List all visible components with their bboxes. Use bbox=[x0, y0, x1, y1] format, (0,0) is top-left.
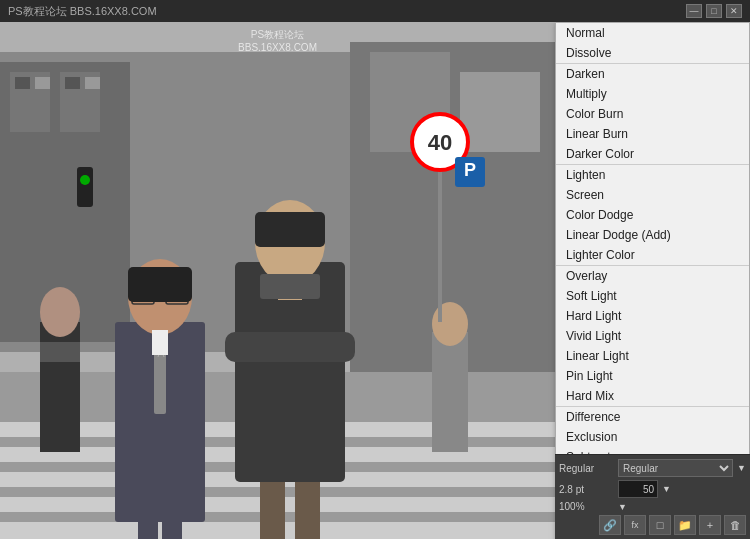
svg-text:P: P bbox=[464, 160, 476, 180]
delete-layer-button[interactable]: 🗑 bbox=[724, 515, 746, 535]
blend-option-multiply[interactable]: Multiply bbox=[556, 84, 749, 104]
blend-option-screen[interactable]: Screen bbox=[556, 185, 749, 205]
main-content: 40 P PS教程论坛BBS.16XX8.COM Normal Dissolve bbox=[0, 22, 750, 539]
blend-option-color-burn[interactable]: Color Burn bbox=[556, 104, 749, 124]
svg-rect-44 bbox=[40, 342, 80, 362]
link-layers-button[interactable]: 🔗 bbox=[599, 515, 621, 535]
blend-option-difference[interactable]: Difference bbox=[556, 407, 749, 427]
blend-option-overlay[interactable]: Overlay bbox=[556, 266, 749, 286]
blend-group-lighten: Lighten Screen Color Dodge Linear Dodge … bbox=[556, 165, 749, 266]
svg-rect-23 bbox=[225, 332, 355, 362]
add-mask-button[interactable]: □ bbox=[649, 515, 671, 535]
svg-point-46 bbox=[432, 302, 468, 346]
svg-rect-25 bbox=[295, 482, 320, 539]
blend-group-darken: Darken Multiply Color Burn Linear Burn D… bbox=[556, 64, 749, 165]
svg-rect-38 bbox=[138, 522, 158, 539]
blend-option-soft-light[interactable]: Soft Light bbox=[556, 286, 749, 306]
blend-option-lighter-color[interactable]: Lighter Color bbox=[556, 245, 749, 265]
svg-rect-20 bbox=[255, 212, 325, 247]
svg-text:40: 40 bbox=[428, 130, 452, 155]
bottom-row-size: 2.8 pt ▼ bbox=[559, 480, 746, 498]
blend-option-dissolve[interactable]: Dissolve bbox=[556, 43, 749, 63]
street-scene-svg: 40 P bbox=[0, 22, 555, 539]
dropdown-arrow-percent: ▼ bbox=[618, 502, 627, 512]
svg-rect-11 bbox=[460, 72, 540, 152]
new-layer-button[interactable]: + bbox=[699, 515, 721, 535]
blend-option-darken[interactable]: Darken bbox=[556, 64, 749, 84]
percent-label: 100% bbox=[559, 501, 614, 512]
svg-point-43 bbox=[40, 287, 80, 337]
blend-option-normal[interactable]: Normal bbox=[556, 23, 749, 43]
blend-group-overlay: Overlay Soft Light Hard Light Vivid Ligh… bbox=[556, 266, 749, 407]
bottom-row-regular: Regular Regular ▼ bbox=[559, 459, 746, 477]
blend-option-lighten[interactable]: Lighten bbox=[556, 165, 749, 185]
blend-option-darker-color[interactable]: Darker Color bbox=[556, 144, 749, 164]
svg-rect-42 bbox=[40, 322, 80, 452]
svg-rect-7 bbox=[65, 77, 80, 89]
blend-option-linear-dodge[interactable]: Linear Dodge (Add) bbox=[556, 225, 749, 245]
blend-option-color-dodge[interactable]: Color Dodge bbox=[556, 205, 749, 225]
svg-rect-24 bbox=[260, 482, 285, 539]
maximize-button[interactable]: □ bbox=[706, 4, 722, 18]
svg-rect-45 bbox=[432, 332, 468, 452]
bottom-controls: Regular Regular ▼ 2.8 pt ▼ 100% ▼ 🔗 fx □ bbox=[555, 454, 750, 539]
svg-rect-37 bbox=[152, 330, 168, 355]
title-bar: PS教程论坛 BBS.16XX8.COM — □ ✕ bbox=[0, 0, 750, 22]
fx-button[interactable]: fx bbox=[624, 515, 646, 535]
title-bar-buttons: — □ ✕ bbox=[686, 4, 742, 18]
blend-group-normal: Normal Dissolve bbox=[556, 23, 749, 64]
blend-option-hard-mix[interactable]: Hard Mix bbox=[556, 386, 749, 406]
panel-toolbar: 🔗 fx □ 📁 + 🗑 bbox=[559, 515, 746, 535]
blend-option-exclusion[interactable]: Exclusion bbox=[556, 427, 749, 447]
svg-rect-22 bbox=[260, 274, 320, 299]
svg-rect-52 bbox=[77, 167, 93, 207]
right-panel-wrapper: Normal Dissolve Darken Multiply Color Bu… bbox=[555, 22, 750, 539]
svg-rect-5 bbox=[15, 77, 30, 89]
dropdown-arrow-size: ▼ bbox=[662, 484, 671, 494]
size-input[interactable] bbox=[618, 480, 658, 498]
title-bar-text: PS教程论坛 BBS.16XX8.COM bbox=[8, 4, 157, 19]
new-group-button[interactable]: 📁 bbox=[674, 515, 696, 535]
bottom-row-percent: 100% ▼ bbox=[559, 501, 746, 512]
svg-rect-6 bbox=[35, 77, 50, 89]
svg-point-53 bbox=[80, 175, 90, 185]
blend-option-linear-light[interactable]: Linear Light bbox=[556, 346, 749, 366]
svg-rect-33 bbox=[128, 267, 192, 302]
image-area: 40 P PS教程论坛BBS.16XX8.COM bbox=[0, 22, 555, 539]
minimize-button[interactable]: — bbox=[686, 4, 702, 18]
size-label: 2.8 pt bbox=[559, 484, 614, 495]
blend-option-pin-light[interactable]: Pin Light bbox=[556, 366, 749, 386]
regular-select[interactable]: Regular bbox=[618, 459, 733, 477]
close-button[interactable]: ✕ bbox=[726, 4, 742, 18]
blend-option-hard-light[interactable]: Hard Light bbox=[556, 306, 749, 326]
blend-option-vivid-light[interactable]: Vivid Light bbox=[556, 326, 749, 346]
blend-option-linear-burn[interactable]: Linear Burn bbox=[556, 124, 749, 144]
dropdown-arrow-regular: ▼ bbox=[737, 463, 746, 473]
svg-rect-39 bbox=[162, 522, 182, 539]
regular-label: Regular bbox=[559, 463, 614, 474]
svg-rect-8 bbox=[85, 77, 100, 89]
